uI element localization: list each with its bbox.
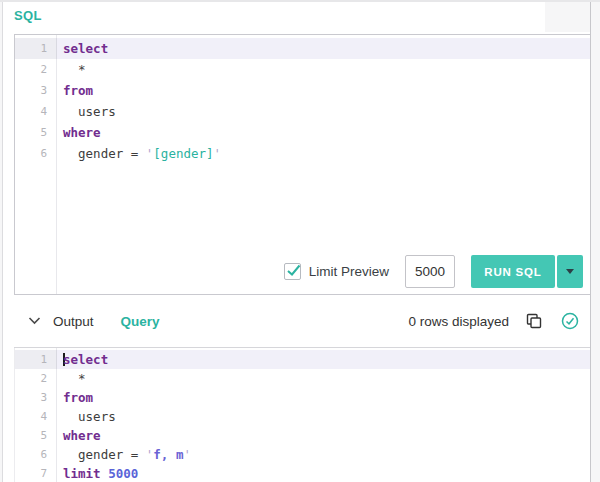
limit-preview-checkbox[interactable] <box>284 263 301 280</box>
code-line[interactable]: 5where <box>15 122 590 143</box>
sql-panel: SQL 1select2 *3from4 users5where6 gender… <box>2 2 591 482</box>
output-code-lines: 1select2 *3from4 users5where6 gender = '… <box>15 348 590 482</box>
code-line[interactable]: 6 gender = 'f, m' <box>15 445 590 464</box>
query-success-indicator <box>561 312 579 330</box>
code-text: where <box>57 426 590 445</box>
code-line[interactable]: 6 gender = '[gender]' <box>15 143 590 164</box>
code-line[interactable]: 7limit 5000 <box>15 464 590 482</box>
line-number: 2 <box>15 59 57 80</box>
line-number: 4 <box>15 407 57 426</box>
sql-editor-card: 1select2 *3from4 users5where6 gender = '… <box>14 34 590 295</box>
code-text: gender = 'f, m' <box>57 445 590 464</box>
code-text: from <box>57 80 590 101</box>
code-line[interactable]: 2 * <box>15 369 590 388</box>
code-text: users <box>57 407 590 426</box>
run-controls: Limit Preview RUN SQL <box>284 255 583 288</box>
limit-value-input[interactable] <box>405 255 455 288</box>
line-number: 2 <box>15 369 57 388</box>
line-number: 6 <box>15 143 57 164</box>
code-line[interactable]: 1select <box>15 38 590 59</box>
sql-editor-page: SQL 1select2 *3from4 users5where6 gender… <box>0 0 600 482</box>
copy-icon <box>526 313 542 329</box>
code-text: users <box>57 101 590 122</box>
line-number: 3 <box>15 388 57 407</box>
code-text: * <box>57 59 590 80</box>
line-number: 6 <box>15 445 57 464</box>
check-circle-icon <box>561 312 579 330</box>
line-number: 1 <box>15 350 57 369</box>
collapse-output-button[interactable] <box>28 317 41 325</box>
copy-button[interactable] <box>526 313 542 329</box>
output-bar: Output Query 0 rows displayed <box>14 295 590 348</box>
code-text: select <box>57 350 590 369</box>
output-code-area[interactable]: 1select2 *3from4 users5where6 gender = '… <box>15 348 590 482</box>
executed-query-card: 1select2 *3from4 users5where6 gender = '… <box>14 348 590 482</box>
code-line[interactable]: 4 users <box>15 101 590 122</box>
code-line[interactable]: 1select <box>15 350 590 369</box>
code-text: limit 5000 <box>57 464 590 482</box>
code-text: gender = '[gender]' <box>57 143 590 164</box>
chevron-down-icon <box>28 317 41 325</box>
code-text: * <box>57 369 590 388</box>
code-text: from <box>57 388 590 407</box>
line-number: 1 <box>15 38 57 59</box>
code-line[interactable]: 3from <box>15 80 590 101</box>
code-line[interactable]: 5where <box>15 426 590 445</box>
limit-preview-label[interactable]: Limit Preview <box>309 264 389 279</box>
line-number: 5 <box>15 122 57 143</box>
code-text: select <box>57 38 590 59</box>
rows-displayed-status: 0 rows displayed <box>408 314 509 329</box>
code-line[interactable]: 2 * <box>15 59 590 80</box>
code-line[interactable]: 3from <box>15 388 590 407</box>
line-number: 5 <box>15 426 57 445</box>
line-number: 3 <box>15 80 57 101</box>
checkmark-icon <box>286 263 301 278</box>
run-options-button[interactable] <box>557 255 583 288</box>
panel-title: SQL <box>14 8 42 23</box>
line-number: 4 <box>15 101 57 122</box>
output-section-label: Output <box>53 314 94 329</box>
background-corner <box>545 2 590 32</box>
code-line[interactable]: 4 users <box>15 407 590 426</box>
sql-code-lines: 1select2 *3from4 users5where6 gender = '… <box>15 35 590 164</box>
caret-down-icon <box>566 269 574 274</box>
tab-query[interactable]: Query <box>121 314 160 329</box>
line-number: 7 <box>15 464 57 482</box>
code-text: where <box>57 122 590 143</box>
run-sql-button[interactable]: RUN SQL <box>471 255 555 288</box>
